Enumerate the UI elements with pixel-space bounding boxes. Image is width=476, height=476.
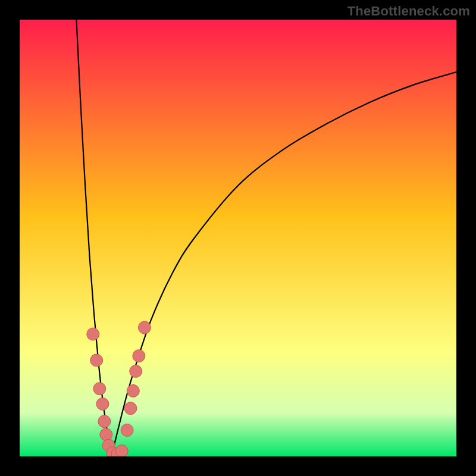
data-dot bbox=[138, 321, 151, 334]
data-dot bbox=[100, 428, 112, 441]
data-dot bbox=[133, 350, 145, 362]
data-dot bbox=[87, 328, 99, 340]
data-dot bbox=[121, 424, 133, 436]
gradient-background bbox=[20, 20, 456, 456]
data-dot bbox=[115, 445, 128, 456]
plot-area bbox=[20, 20, 456, 456]
data-dot bbox=[93, 383, 106, 395]
data-dot bbox=[98, 415, 111, 428]
chart-frame: TheBottleneck.com bbox=[0, 0, 476, 476]
data-dot bbox=[124, 402, 137, 415]
data-dot bbox=[90, 354, 103, 367]
data-dot bbox=[127, 384, 139, 397]
data-dot bbox=[96, 397, 109, 410]
bottleneck-chart bbox=[20, 20, 456, 456]
data-dot bbox=[130, 365, 142, 377]
watermark-text: TheBottleneck.com bbox=[347, 4, 470, 19]
